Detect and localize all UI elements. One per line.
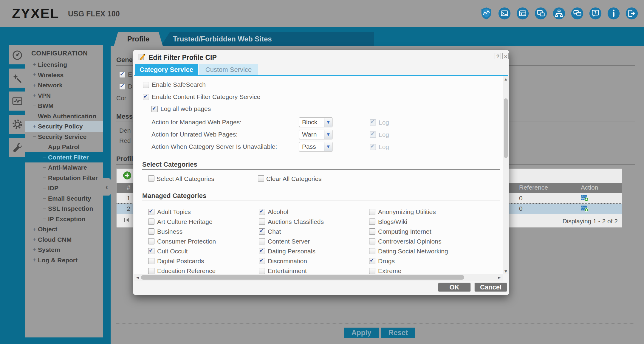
vertical-scrollbar[interactable]: ▲ ▼ — [503, 76, 509, 274]
category-checkbox[interactable] — [259, 248, 265, 254]
sidebar-item-idp[interactable]: −IDP — [25, 183, 103, 193]
sidebar-item-vpn[interactable]: +VPN — [25, 91, 103, 101]
add-profile-icon[interactable] — [123, 171, 131, 179]
chevron-down-icon[interactable]: ▼ — [324, 130, 332, 139]
secureporter-shield-icon[interactable] — [479, 7, 493, 20]
scroll-down-arrow[interactable]: ▼ — [503, 269, 509, 273]
category-controversial-opinions[interactable]: Controversial Opinions — [369, 236, 503, 246]
action-dropdown[interactable]: Pass▼ — [299, 142, 332, 151]
scroll-up-arrow[interactable]: ▲ — [503, 77, 509, 81]
sidebar-item-network[interactable]: +Network — [25, 80, 103, 91]
tab-category-service[interactable]: Category Service — [135, 64, 198, 75]
cancel-button[interactable]: Cancel — [474, 283, 507, 292]
chevron-down-icon[interactable]: ▼ — [324, 142, 332, 151]
category-education-reference[interactable]: Education Reference — [148, 266, 259, 274]
bg-checkbox-1[interactable] — [119, 72, 126, 78]
category-business[interactable]: Business — [148, 227, 259, 236]
sidebar-item-app-patrol[interactable]: −App Patrol — [25, 142, 103, 152]
log-checkbox[interactable] — [370, 119, 376, 125]
category-checkbox[interactable] — [369, 209, 375, 215]
category-chat[interactable]: Chat — [259, 227, 369, 236]
sidebar-item-content-filter[interactable]: −Content Filter — [25, 152, 103, 163]
first-page-icon[interactable] — [124, 218, 130, 224]
dialog-close-button[interactable]: × — [502, 53, 509, 59]
sidebar-item-wireless[interactable]: +Wireless — [25, 70, 103, 80]
ok-button[interactable]: OK — [438, 283, 471, 292]
tab-trusted-forbidden-web-sites[interactable]: Trusted/Forbidden Web Sites — [161, 32, 374, 46]
category-checkbox[interactable] — [369, 248, 375, 254]
site-map-icon[interactable] — [552, 7, 566, 20]
help-icon[interactable]: ? — [589, 7, 602, 20]
rail-wizard-icon[interactable] — [9, 69, 26, 88]
rail-dashboard-icon[interactable] — [9, 45, 26, 64]
category-checkbox[interactable] — [259, 238, 265, 244]
action-dropdown[interactable]: Warn▼ — [299, 130, 332, 139]
category-checkbox[interactable] — [369, 268, 375, 274]
sidebar-item-object[interactable]: +Object — [25, 224, 103, 235]
chevron-down-icon[interactable]: ▼ — [324, 118, 332, 127]
log-checkbox[interactable] — [370, 144, 376, 150]
category-anonymizing-utilities[interactable]: Anonymizing Utilities — [369, 207, 503, 217]
bg-checkbox-2[interactable] — [119, 83, 126, 90]
horizontal-scrollbar[interactable]: ◄ ► — [134, 274, 503, 281]
scroll-right-arrow[interactable]: ► — [498, 275, 501, 280]
sidebar-collapse-button[interactable]: ‹ — [103, 178, 111, 196]
category-computing-internet[interactable]: Computing Internet — [369, 227, 503, 236]
category-checkbox[interactable] — [369, 238, 375, 244]
category-entertainment[interactable]: Entertainment — [259, 266, 369, 274]
sidebar-item-bwm[interactable]: −BWM — [25, 101, 103, 111]
category-drugs[interactable]: Drugs — [369, 256, 503, 266]
sidebar-item-cloud-cnm[interactable]: +Cloud CNM — [25, 235, 103, 245]
category-adult-topics[interactable]: Adult Topics — [148, 207, 259, 217]
category-checkbox[interactable] — [259, 258, 265, 264]
category-content-server[interactable]: Content Server — [259, 236, 369, 246]
sidebar-item-email-security[interactable]: −Email Security — [25, 193, 103, 204]
logout-icon[interactable] — [625, 7, 639, 20]
category-checkbox[interactable] — [369, 228, 375, 235]
select-all-categories-checkbox[interactable] — [148, 175, 154, 182]
category-digital-postcards[interactable]: Digital Postcards — [148, 256, 259, 266]
sidebar-item-anti-malware[interactable]: −Anti-Malware — [25, 162, 103, 173]
category-checkbox[interactable] — [369, 258, 375, 264]
category-checkbox[interactable] — [369, 219, 375, 225]
scroll-left-arrow[interactable]: ◄ — [136, 275, 139, 280]
reset-button[interactable]: Reset — [381, 328, 415, 338]
category-checkbox[interactable] — [148, 258, 154, 264]
category-consumer-protection[interactable]: Consumer Protection — [148, 236, 259, 246]
web-console-icon[interactable] — [516, 7, 530, 20]
action-dropdown[interactable]: Block▼ — [299, 117, 332, 127]
category-extreme[interactable]: Extreme — [369, 266, 503, 274]
rail-monitor-icon[interactable] — [9, 92, 26, 111]
category-checkbox[interactable] — [259, 228, 265, 235]
category-checkbox[interactable] — [148, 238, 154, 244]
category-checkbox[interactable] — [148, 219, 154, 225]
category-checkbox[interactable] — [148, 209, 154, 215]
category-checkbox[interactable] — [148, 228, 154, 235]
rail-configuration-icon[interactable] — [9, 115, 26, 134]
sidebar-item-system[interactable]: +System — [25, 245, 103, 255]
sidebar-item-reputation-filter[interactable]: −Reputation Filter — [25, 173, 103, 183]
category-dating-social-networking[interactable]: Dating Social Networking — [369, 246, 503, 256]
category-dating-personals[interactable]: Dating Personals — [259, 246, 369, 256]
tab-custom-service[interactable]: Custom Service — [199, 64, 258, 75]
sidebar-item-ip-exception[interactable]: −IP Exception — [25, 214, 103, 224]
sidebar-item-ssl-inspection[interactable]: −SSL Inspection — [25, 204, 103, 214]
sidebar-item-licensing[interactable]: +Licensing — [25, 60, 103, 70]
firewall-add-icon[interactable] — [581, 205, 589, 213]
tab-profile[interactable]: Profile — [114, 32, 163, 46]
sidebar-item-security-service[interactable]: −Security Service — [25, 132, 103, 142]
clear-all-categories-checkbox[interactable] — [258, 175, 264, 182]
firewall-add-icon[interactable] — [581, 195, 589, 203]
category-blogs-wiki[interactable]: Blogs/Wiki — [369, 217, 503, 227]
device-insight-icon[interactable] — [534, 7, 548, 20]
cli-terminal-icon[interactable] — [498, 7, 511, 20]
category-checkbox[interactable] — [148, 268, 154, 274]
category-art-culture-heritage[interactable]: Art Culture Heritage — [148, 217, 259, 227]
rail-maintenance-icon[interactable] — [9, 138, 26, 157]
category-checkbox[interactable] — [259, 209, 265, 215]
category-auctions-classifieds[interactable]: Auctions Classifieds — [259, 217, 369, 227]
apply-button[interactable]: Apply — [344, 328, 379, 338]
enable-category-service-checkbox[interactable] — [143, 94, 149, 100]
log-all-web-pages-checkbox[interactable] — [151, 106, 158, 112]
sidebar-item-security-policy[interactable]: +Security Policy — [25, 121, 103, 132]
